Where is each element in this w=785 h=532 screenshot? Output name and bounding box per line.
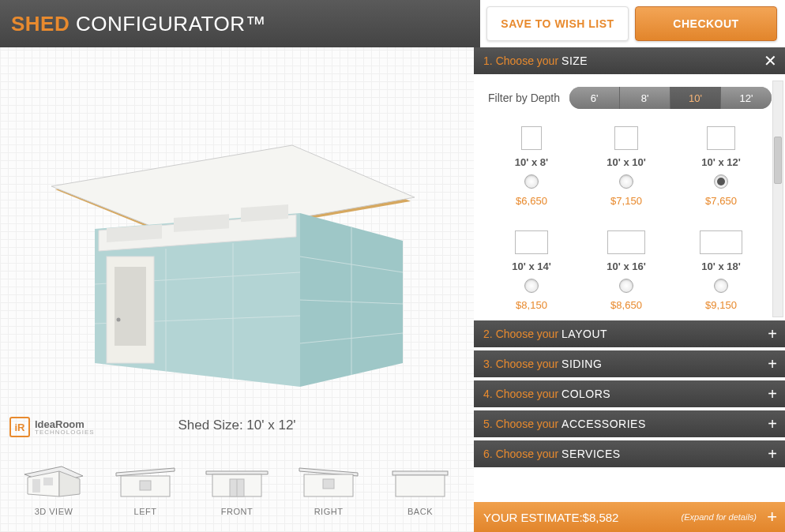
depth-filter: 6' 8' 10' 12' [569,87,772,109]
view-selector-row: 3D VIEW LEFT FRONT RIGHT [0,459,474,532]
shed-3d-render[interactable] [39,126,419,387]
plus-icon: + [768,445,777,463]
svg-rect-43 [396,475,445,496]
expand-hint: (Expand for details) [682,512,757,522]
size-swatch [707,126,735,150]
app-title-bar: SHED CONFIGURATOR™ [0,0,480,47]
filter-label: Filter by Depth [488,92,560,104]
app-title: CONFIGURATOR™ [69,12,266,36]
size-radio[interactable] [619,174,633,189]
view-front[interactable]: FRONT [201,459,272,516]
view-3d[interactable]: 3D VIEW [18,459,89,516]
svg-rect-41 [323,479,334,489]
close-icon[interactable]: ✕ [764,51,777,70]
svg-point-26 [117,318,121,322]
size-name: 10' x 14' [512,260,551,272]
section-size-header[interactable]: 1. Choose your SIZE ✕ [474,47,785,74]
size-radio[interactable] [524,279,539,293]
size-option-10x16[interactable]: 10' x 16'$8,650 [583,230,670,311]
checkout-button[interactable]: CHECKOUT [635,6,777,41]
size-price: $8,650 [610,299,642,311]
size-price: $7,150 [610,195,642,207]
size-swatch [607,230,645,254]
size-radio[interactable] [714,174,728,189]
view-right[interactable]: RIGHT [293,459,364,516]
svg-marker-35 [206,471,268,474]
size-name: 10' x 18' [701,260,741,272]
depth-8[interactable]: 8' [620,87,670,109]
size-name: 10' x 12' [701,156,741,168]
section-colors-header[interactable]: 4.Choose yourCOLORS + [474,380,785,407]
size-panel: Filter by Depth 6' 8' 10' 12' 10' x 8'$6… [474,77,785,320]
size-name: 10' x 16' [607,260,646,272]
section-layout-header[interactable]: 2.Choose yourLAYOUT + [474,320,785,347]
svg-rect-25 [115,267,146,346]
view-left[interactable]: LEFT [110,459,181,516]
size-radio[interactable] [619,279,633,293]
scrollbar[interactable] [772,81,783,317]
shed-size-caption: Shed Size: 10' x 12' [0,418,474,433]
size-price: $8,150 [516,299,547,311]
estimate-label: YOUR ESTIMATE: [483,511,583,524]
plus-icon: + [768,385,777,403]
size-option-10x12[interactable]: 10' x 12'$7,650 [678,126,764,207]
view-back[interactable]: BACK [385,459,456,516]
size-name: 10' x 8' [515,156,548,168]
plus-icon: + [767,507,777,527]
svg-marker-32 [116,468,175,476]
scrollbar-thumb[interactable] [774,137,782,184]
save-wishlist-button[interactable]: SAVE TO WISH LIST [486,6,629,41]
size-price: $6,650 [516,195,547,207]
size-price: $9,150 [705,299,737,311]
plus-icon: + [768,325,777,343]
section-siding-header[interactable]: 3.Choose yourSIDING + [474,350,785,377]
section-accessories-header[interactable]: 5.Choose yourACCESSORIES + [474,410,785,437]
size-option-10x10[interactable]: 10' x 10'$7,150 [583,126,670,207]
size-swatch [700,230,742,254]
preview-pane: iR IdeaRoom TECHNOLOGIES Shed Size: 10' … [0,47,474,532]
size-price: $7,650 [705,195,737,207]
size-radio[interactable] [524,174,539,189]
svg-rect-31 [43,478,53,485]
size-option-10x18[interactable]: 10' x 18'$9,150 [678,230,764,311]
svg-rect-34 [140,481,151,490]
size-option-10x14[interactable]: 10' x 14'$8,150 [488,230,575,311]
estimate-bar[interactable]: YOUR ESTIMATE: $8,582 (Expand for detail… [474,502,785,532]
estimate-value: $8,582 [583,511,619,524]
size-swatch [614,126,638,150]
size-option-10x8[interactable]: 10' x 8'$6,650 [488,126,575,207]
plus-icon: + [768,415,777,433]
section-services-header[interactable]: 6.Choose yourSERVICES + [474,440,785,467]
depth-12[interactable]: 12' [721,87,772,109]
size-name: 10' x 10' [607,156,646,168]
svg-rect-42 [392,471,448,475]
depth-6[interactable]: 6' [569,87,620,109]
size-swatch [515,230,548,254]
brand-name: SHED [11,12,69,36]
svg-rect-30 [32,479,40,493]
size-radio[interactable] [714,279,728,293]
plus-icon: + [768,355,777,373]
depth-10[interactable]: 10' [670,87,721,109]
size-swatch [521,126,542,150]
